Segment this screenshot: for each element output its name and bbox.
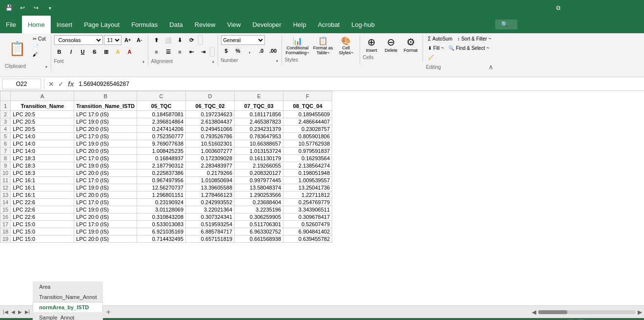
- cell-15-4[interactable]: 3.2235196: [235, 206, 283, 213]
- cell-12-1[interactable]: LPC 19:0 (IS): [74, 184, 137, 192]
- cell-19-3[interactable]: 0.657151819: [186, 235, 235, 243]
- ribbon-collapse[interactable]: ∧: [488, 63, 493, 71]
- cell-11-0[interactable]: LPC 16:1: [11, 177, 74, 184]
- format-as-table-btn[interactable]: 📋 Format asTable~: [312, 35, 334, 56]
- header-cell-5[interactable]: 08_TQC_04: [283, 101, 332, 111]
- increase-font-btn[interactable]: A+: [122, 35, 133, 45]
- redo-icon[interactable]: ↪: [31, 3, 41, 13]
- increase-indent-btn[interactable]: ⇥: [198, 47, 209, 57]
- cell-7-2[interactable]: 1.008425235: [137, 148, 186, 155]
- sheet-tab-3[interactable]: Sample_Annot: [33, 312, 103, 320]
- clipboard-expand[interactable]: ⬧: [45, 64, 48, 69]
- formula-input[interactable]: [77, 79, 642, 89]
- horizontal-scrollbar[interactable]: [538, 310, 636, 314]
- cell-19-5[interactable]: 0.639455782: [283, 235, 332, 243]
- merge-center-btn[interactable]: [210, 47, 215, 57]
- number-expand[interactable]: ⬧: [276, 58, 279, 63]
- cell-18-0[interactable]: LPC 15:0: [11, 228, 74, 235]
- cell-15-5[interactable]: 3.343906511: [283, 206, 332, 213]
- cell-9-5[interactable]: 2.138564274: [283, 162, 332, 170]
- cell-7-5[interactable]: 0.979591837: [283, 148, 332, 155]
- align-right-btn[interactable]: ≡: [175, 47, 185, 57]
- cell-12-4[interactable]: 13.58048374: [235, 184, 283, 192]
- format-btn[interactable]: ⚙ Format: [402, 35, 420, 54]
- cell-5-5[interactable]: 0.805901806: [283, 133, 332, 140]
- cell-4-4[interactable]: 0.234231379: [235, 126, 283, 133]
- align-bottom-btn[interactable]: ⬇: [175, 35, 185, 45]
- cell-15-1[interactable]: LPC 19:0 (IS): [74, 206, 137, 213]
- cell-15-0[interactable]: LPC 22:6: [11, 206, 74, 213]
- cell-14-1[interactable]: LPC 17:0 (IS): [74, 199, 137, 206]
- cell-3-4[interactable]: 2.465387823: [235, 118, 283, 126]
- cell-6-5[interactable]: 10.57762938: [283, 140, 332, 148]
- col-header-d[interactable]: D: [186, 91, 235, 101]
- cell-6-3[interactable]: 10.51602301: [186, 140, 235, 148]
- cell-10-0[interactable]: LPC 18:3: [11, 170, 74, 177]
- cell-18-1[interactable]: LPC 19:0 (IS): [74, 228, 137, 235]
- cell-3-2[interactable]: 2.396814864: [137, 118, 186, 126]
- autosum-btn[interactable]: ΣAutoSum: [426, 35, 454, 43]
- layout-icon[interactable]: ⧉: [553, 3, 563, 13]
- clear-btn[interactable]: 🧹: [426, 54, 437, 61]
- cell-12-5[interactable]: 13.25041736: [283, 184, 332, 192]
- cell-12-2[interactable]: 12.56270737: [137, 184, 186, 192]
- cell-6-0[interactable]: LPC 14:0: [11, 140, 74, 148]
- cell-4-1[interactable]: LPC 20:0 (IS): [74, 126, 137, 133]
- cell-16-5[interactable]: 0.309678417: [283, 213, 332, 221]
- cell-15-3[interactable]: 3.22021364: [186, 206, 235, 213]
- cut-button[interactable]: ✂Cut: [31, 35, 48, 43]
- cell-8-0[interactable]: LPC 18:3: [11, 155, 74, 162]
- cell-3-0[interactable]: LPC 20:5: [11, 118, 74, 126]
- wrap-text-btn[interactable]: [198, 35, 203, 45]
- cell-styles-btn[interactable]: 🎨 CellStyles~: [336, 35, 356, 56]
- add-sheet-btn[interactable]: +: [103, 307, 113, 318]
- menu-view[interactable]: View: [221, 16, 246, 33]
- cell-17-0[interactable]: LPC 15:0: [11, 221, 74, 228]
- cell-6-1[interactable]: LPC 19:0 (IS): [74, 140, 137, 148]
- number-format-select[interactable]: General: [221, 35, 265, 45]
- col-header-a[interactable]: A: [11, 91, 74, 101]
- cell-5-4[interactable]: 0.783647953: [235, 133, 283, 140]
- cell-13-5[interactable]: 1.22711812: [283, 192, 332, 199]
- copy-button[interactable]: 📄: [31, 43, 48, 50]
- cell-13-0[interactable]: LPC 16:1: [11, 192, 74, 199]
- cell-4-5[interactable]: 0.23028757: [283, 126, 332, 133]
- insert-btn[interactable]: ⊕ Insert: [363, 35, 381, 54]
- header-cell-2[interactable]: 05_TQC: [137, 101, 186, 111]
- header-cell-3[interactable]: 06_TQC_02: [186, 101, 235, 111]
- cell-13-2[interactable]: 1.296801151: [137, 192, 186, 199]
- cell-4-0[interactable]: LPC 20:5: [11, 126, 74, 133]
- cell-2-2[interactable]: 0.184587081: [137, 111, 186, 118]
- cell-16-0[interactable]: LPC 22:6: [11, 213, 74, 221]
- fill-btn[interactable]: ⬇Fill ~: [426, 44, 445, 52]
- cell-4-2[interactable]: 0.247414206: [137, 126, 186, 133]
- font-color-btn[interactable]: A: [124, 47, 135, 57]
- cell-9-2[interactable]: 2.187790312: [137, 162, 186, 170]
- header-cell-0[interactable]: Transition_Name: [11, 101, 74, 111]
- decrease-font-btn[interactable]: A-: [134, 35, 145, 45]
- close-btn[interactable]: [618, 0, 640, 16]
- comma-btn[interactable]: ,: [244, 46, 255, 56]
- header-cell-1[interactable]: Transition_Name_ISTD: [74, 101, 137, 111]
- menu-home[interactable]: Home: [22, 16, 51, 33]
- header-cell-4[interactable]: 07_TQC_03: [235, 101, 283, 111]
- cell-9-0[interactable]: LPC 18:3: [11, 162, 74, 170]
- menu-loghub[interactable]: Log-hub: [345, 16, 381, 33]
- save-icon[interactable]: 💾: [4, 3, 14, 13]
- cell-17-5[interactable]: 0.52607479: [283, 221, 332, 228]
- cell-10-3[interactable]: 0.2179266: [186, 170, 235, 177]
- quick-access-more[interactable]: ▾: [45, 3, 55, 13]
- cell-7-3[interactable]: 1.003607277: [186, 148, 235, 155]
- cell-5-2[interactable]: 0.752350777: [137, 133, 186, 140]
- orientation-btn[interactable]: ⟳: [186, 35, 197, 45]
- col-header-c[interactable]: C: [137, 91, 186, 101]
- undo-icon[interactable]: ↩: [18, 3, 27, 13]
- cell-17-1[interactable]: LPC 17:0 (IS): [74, 221, 137, 228]
- next-tab-btn[interactable]: ▶: [17, 308, 23, 316]
- cell-3-3[interactable]: 2.613804437: [186, 118, 235, 126]
- cell-13-1[interactable]: LPC 20:0 (IS): [74, 192, 137, 199]
- cell-5-0[interactable]: LPC 14:0: [11, 133, 74, 140]
- cell-2-5[interactable]: 0.189455609: [283, 111, 332, 118]
- cell-10-1[interactable]: LPC 20:0 (IS): [74, 170, 137, 177]
- cell-18-5[interactable]: 6.904841402: [283, 228, 332, 235]
